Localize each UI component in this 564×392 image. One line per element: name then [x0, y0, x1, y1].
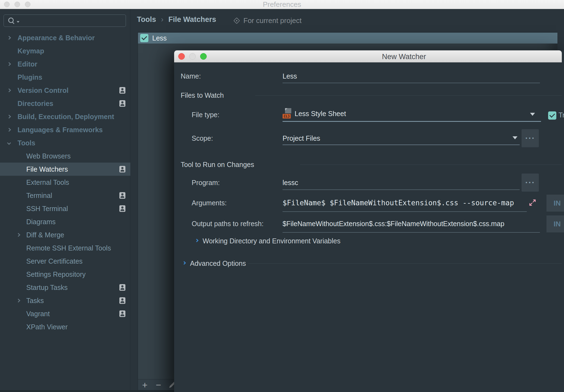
less-file-type-icon: {L} — [283, 108, 291, 119]
dialog-zoom-button[interactable] — [200, 53, 207, 60]
program-underline — [283, 189, 520, 190]
sidebar-item-tasks[interactable]: Tasks — [0, 294, 130, 307]
track-root-files-checkbox[interactable] — [548, 111, 556, 120]
name-input[interactable]: Less — [283, 72, 297, 80]
sidebar-item-directories[interactable]: Directories — [0, 97, 130, 110]
file-type-dropdown[interactable]: {L} Less Style Sheet — [283, 108, 346, 119]
minimize-button[interactable] — [15, 2, 20, 7]
sidebar-item-server-certificates[interactable]: Server Certificates — [0, 255, 130, 268]
main-titlebar: Preferences — [0, 0, 564, 9]
chevron-icon[interactable] — [7, 141, 11, 145]
program-input[interactable]: lessc — [283, 179, 298, 187]
sidebar-item-terminal[interactable]: Terminal — [0, 189, 130, 202]
scope-browse-button[interactable]: ··· — [522, 129, 539, 147]
advanced-options-link[interactable]: Advanced Options — [190, 260, 246, 267]
breadcrumb-file-watchers: File Watchers — [168, 15, 216, 24]
settings-sidebar: Appearance & Behavior Keymap Editor Plug… — [0, 9, 130, 392]
sidebar-item-editor[interactable]: Editor — [0, 57, 130, 71]
settings-search-input[interactable] — [4, 15, 126, 27]
sidebar-item-ssh-terminal[interactable]: SSH Terminal — [0, 202, 130, 215]
dialog-titlebar[interactable]: New Watcher — [174, 50, 562, 62]
sidebar-item-keymap[interactable]: Keymap — [0, 44, 130, 57]
sidebar-item-xpath-viewer[interactable]: XPath Viewer — [0, 320, 130, 333]
close-button[interactable] — [4, 2, 10, 7]
scope-label: Scope: — [192, 134, 213, 142]
sidebar-item-diagrams[interactable]: Diagrams — [0, 215, 130, 228]
sidebar-item-build-execution-deployment[interactable]: Build, Execution, Deployment — [0, 110, 130, 123]
per-project-settings-icon — [119, 192, 125, 199]
chevron-icon[interactable] — [7, 115, 11, 119]
files-section-rule — [255, 95, 562, 96]
name-label: Name: — [181, 72, 201, 80]
output-underline — [283, 232, 540, 233]
program-label: Program: — [192, 179, 220, 187]
add-watcher-button[interactable]: + — [138, 379, 152, 390]
scope-caret-icon[interactable] — [513, 136, 517, 139]
tool-section-rule — [300, 165, 562, 165]
file-type-underline — [283, 121, 541, 122]
watcher-row[interactable]: Less — [138, 33, 557, 44]
sidebar-item-plugins[interactable]: Plugins — [0, 71, 130, 84]
chevron-icon[interactable] — [16, 299, 20, 302]
chevron-icon[interactable] — [7, 62, 11, 66]
scope-note: For current project — [234, 16, 301, 25]
breadcrumb: Tools › File Watchers — [137, 15, 216, 24]
per-project-settings-icon — [119, 166, 125, 172]
chevron-icon[interactable] — [7, 36, 11, 40]
settings-tree: Appearance & Behavior Keymap Editor Plug… — [0, 31, 130, 333]
per-project-settings-icon — [119, 284, 125, 291]
advanced-options-chevron-icon[interactable] — [182, 261, 186, 265]
output-paths-input[interactable]: $FileNameWithoutExtension$.css:$FileName… — [283, 220, 504, 228]
advanced-rule — [248, 263, 562, 264]
sidebar-item-web-browsers[interactable]: Web Browsers — [0, 149, 130, 163]
preferences-window: Preferences Appearance & Behavior Keymap… — [0, 0, 564, 392]
search-icon — [8, 17, 15, 24]
dialog-close-button[interactable] — [178, 53, 185, 60]
file-type-caret-icon[interactable] — [530, 113, 535, 116]
sidebar-item-languages-frameworks[interactable]: Languages & Frameworks — [0, 123, 130, 136]
insert-macro-button-output[interactable]: IN — [546, 215, 564, 232]
insert-macro-button-arguments[interactable]: IN — [546, 195, 564, 212]
working-dir-chevron-icon[interactable] — [195, 239, 198, 242]
chevron-icon[interactable] — [7, 88, 11, 92]
breadcrumb-separator: › — [161, 15, 163, 24]
track-root-files-label: Tr — [559, 111, 564, 119]
dialog-minimize-button[interactable] — [189, 53, 196, 60]
watcher-enabled-checkbox[interactable] — [140, 34, 148, 42]
program-browse-button[interactable]: ··· — [522, 174, 539, 192]
scope-underline — [283, 145, 520, 145]
name-field-underline — [283, 83, 540, 83]
sidebar-item-appearance-behavior[interactable]: Appearance & Behavior — [0, 31, 130, 44]
sidebar-item-diff-merge[interactable]: Diff & Merge — [0, 228, 130, 241]
sidebar-item-version-control[interactable]: Version Control — [0, 84, 130, 97]
tool-section: Tool to Run on Changes — [181, 161, 254, 169]
breadcrumb-tools[interactable]: Tools — [137, 15, 156, 24]
sidebar-item-settings-repository[interactable]: Settings Repository — [0, 268, 130, 281]
window-title: Preferences — [263, 0, 301, 9]
sidebar-item-external-tools[interactable]: External Tools — [0, 176, 130, 189]
per-project-settings-icon — [119, 310, 125, 317]
sidebar-item-startup-tasks[interactable]: Startup Tasks — [0, 281, 130, 294]
sidebar-item-file-watchers[interactable]: File Watchers — [0, 163, 130, 176]
scope-dropdown[interactable]: Project Files — [283, 133, 320, 144]
expand-field-icon[interactable] — [528, 198, 537, 207]
zoom-button[interactable] — [25, 2, 30, 7]
working-dir-link[interactable]: Working Directory and Environment Variab… — [203, 237, 340, 245]
output-paths-label: Output paths to refresh: — [192, 220, 264, 228]
files-to-watch-section: Files to Watch — [181, 91, 224, 99]
sidebar-item-vagrant[interactable]: Vagrant — [0, 307, 130, 320]
current-project-icon — [233, 17, 240, 24]
arguments-underline — [283, 211, 527, 212]
chevron-icon[interactable] — [16, 233, 20, 237]
arguments-label: Arguments: — [192, 199, 227, 207]
search-options-caret-icon[interactable] — [17, 21, 19, 23]
sidebar-item-tools[interactable]: Tools — [0, 136, 130, 149]
remove-watcher-button[interactable]: − — [152, 379, 165, 390]
arguments-input[interactable]: $FileName$ $FileNameWithoutExtension$.cs… — [283, 199, 514, 207]
new-watcher-dialog: New Watcher Name: Less Files to Watch Fi… — [174, 50, 564, 392]
sidebar-item-remote-ssh-external-tools[interactable]: Remote SSH External Tools — [0, 241, 130, 255]
per-project-settings-icon — [119, 87, 125, 94]
per-project-settings-icon — [119, 297, 125, 304]
per-project-settings-icon — [119, 100, 125, 107]
chevron-icon[interactable] — [7, 128, 11, 132]
